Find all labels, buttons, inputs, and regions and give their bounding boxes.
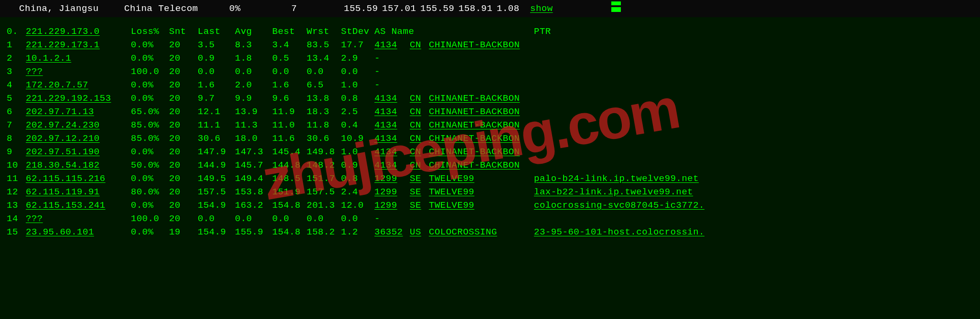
hop-snt: 20 — [169, 199, 198, 212]
hop-last: 154.9 — [198, 225, 235, 239]
hop-best: 3.4 — [272, 38, 307, 52]
hop-asname[interactable]: TWELVE99 — [429, 185, 534, 199]
hop-snt: 20 — [169, 78, 198, 92]
table-row: 7202.97.24.23085.0%2011.111.311.011.80.4… — [7, 118, 973, 132]
hop-asname[interactable]: CHINANET-BACKBON — [429, 105, 534, 118]
hop-ip[interactable]: ??? — [26, 65, 131, 78]
hop-last: 0.0 — [198, 65, 235, 78]
hop-loss: 0.0% — [131, 199, 169, 212]
show-link[interactable]: show — [530, 2, 592, 15]
hop-as[interactable]: 4134 — [374, 92, 410, 105]
hop-loss: 0.0% — [131, 92, 169, 105]
hop-cc[interactable]: CN — [410, 118, 429, 132]
hop-avg: 145.7 — [235, 159, 272, 172]
hop-ip[interactable]: 62.115.153.241 — [26, 199, 131, 212]
hop-asname[interactable]: CHINANET-BACKBON — [429, 159, 534, 172]
hop-snt: 20 — [169, 145, 198, 159]
hop-cc[interactable]: US — [410, 225, 429, 239]
hop-last: 1.6 — [198, 78, 235, 92]
hop-avg: 163.2 — [235, 199, 272, 212]
hop-stdev: 17.7 — [341, 38, 374, 52]
hop-wrst: 30.6 — [307, 132, 341, 145]
hop-cc[interactable]: SE — [410, 172, 429, 185]
hop-loss: 100.0 — [131, 65, 169, 78]
hop-stdev: 0.0 — [341, 65, 374, 78]
hop-ptr[interactable]: colocrossing-svc087045-ic3772. — [534, 199, 973, 212]
hop-cc[interactable]: CN — [410, 92, 429, 105]
hop-last: 11.1 — [198, 118, 235, 132]
hop-num: 2 — [7, 52, 26, 65]
hop-wrst: 158.2 — [307, 225, 341, 239]
hop-wrst: 148.2 — [307, 159, 341, 172]
hop-stdev: 12.0 — [341, 199, 374, 212]
hop-asname[interactable]: TWELVE99 — [429, 172, 534, 185]
hop-ip[interactable]: 221.229.192.153 — [26, 92, 131, 105]
hop-ptr[interactable]: 23-95-60-101-host.colocrossin. — [534, 225, 973, 239]
hop-as[interactable]: 1299 — [374, 199, 410, 212]
hop-ip[interactable]: 23.95.60.101 — [26, 225, 131, 239]
hop-as[interactable]: 1299 — [374, 185, 410, 199]
hop-asname[interactable]: TWELVE99 — [429, 199, 534, 212]
hop-best: 0.5 — [272, 52, 307, 65]
hop-ip[interactable]: 202.97.71.13 — [26, 105, 131, 118]
col-asname: AS Name — [374, 25, 534, 38]
hop-ip[interactable]: 221.229.173.1 — [26, 38, 131, 52]
col-avg: Avg — [235, 25, 272, 38]
hop-ptr[interactable]: palo-b24-link.ip.twelve99.net — [534, 172, 973, 185]
hop-cc[interactable]: CN — [410, 145, 429, 159]
hop-as[interactable]: 4134 — [374, 159, 410, 172]
hop-best: 151.9 — [272, 185, 307, 199]
hop-ip[interactable]: 172.20.7.57 — [26, 78, 131, 92]
hop-best: 145.4 — [272, 145, 307, 159]
hop-asname[interactable]: CHINANET-BACKBON — [429, 92, 534, 105]
table-row: 4172.20.7.570.0%201.62.01.66.51.0- — [7, 78, 973, 92]
hop-asname[interactable]: COLOCROSSING — [429, 225, 534, 239]
hop-as[interactable]: 4134 — [374, 132, 410, 145]
hop-stdev: 0.8 — [341, 92, 374, 105]
hop-ptr[interactable]: lax-b22-link.ip.twelve99.net — [534, 185, 973, 199]
hop-best: 11.0 — [272, 118, 307, 132]
hop-cc[interactable]: CN — [410, 132, 429, 145]
hop-asname[interactable]: CHINANET-BACKBON — [429, 118, 534, 132]
hop-best: 11.6 — [272, 132, 307, 145]
hop-as[interactable]: 1299 — [374, 172, 410, 185]
hop-ip[interactable]: 62.115.115.216 — [26, 172, 131, 185]
hop-stdev: 0.8 — [341, 172, 374, 185]
table-row: 14???100.0200.00.00.00.00.0- — [7, 212, 973, 225]
hop-wrst: 201.3 — [307, 199, 341, 212]
col-stdev: StDev — [341, 25, 374, 38]
hop-loss: 65.0% — [131, 105, 169, 118]
hop-snt: 20 — [169, 159, 198, 172]
hop-cc[interactable]: CN — [410, 159, 429, 172]
hop-cc[interactable]: CN — [410, 38, 429, 52]
hop-cc[interactable]: SE — [410, 199, 429, 212]
hop-as[interactable]: 36352 — [374, 225, 410, 239]
hop-as[interactable]: 4134 — [374, 118, 410, 132]
hop-last: 3.5 — [198, 38, 235, 52]
hop-ip[interactable]: ??? — [26, 212, 131, 225]
hop-cc[interactable]: CN — [410, 105, 429, 118]
hop-as: - — [374, 212, 410, 225]
hop-best: 144.8 — [272, 159, 307, 172]
hop-as[interactable]: 4134 — [374, 145, 410, 159]
hop-ip[interactable]: 202.97.51.190 — [26, 145, 131, 159]
hop-ip[interactable]: 62.115.119.91 — [26, 185, 131, 199]
hop-ip[interactable]: 10.1.2.1 — [26, 52, 131, 65]
hop-ip[interactable]: 202.97.24.230 — [26, 118, 131, 132]
hop-asname[interactable]: CHINANET-BACKBON — [429, 38, 534, 52]
table-row: 5221.229.192.1530.0%209.79.99.613.80.841… — [7, 92, 973, 105]
hop-asname[interactable]: CHINANET-BACKBON — [429, 132, 534, 145]
hop-as[interactable]: 4134 — [374, 105, 410, 118]
table-row: 6202.97.71.1365.0%2012.113.911.918.32.54… — [7, 105, 973, 118]
hop-asname[interactable]: CHINANET-BACKBON — [429, 145, 534, 159]
hop-cc[interactable]: SE — [410, 185, 429, 199]
hop-ip[interactable]: 218.30.54.182 — [26, 159, 131, 172]
hop-as[interactable]: 4134 — [374, 38, 410, 52]
hop-snt: 20 — [169, 65, 198, 78]
hop-wrst: 0.0 — [307, 65, 341, 78]
hop-best: 0.0 — [272, 212, 307, 225]
hop-avg: 8.3 — [235, 38, 272, 52]
summary-avg: 157.01 — [382, 2, 420, 15]
hop-num: 12 — [7, 185, 26, 199]
hop-ip[interactable]: 202.97.12.210 — [26, 132, 131, 145]
